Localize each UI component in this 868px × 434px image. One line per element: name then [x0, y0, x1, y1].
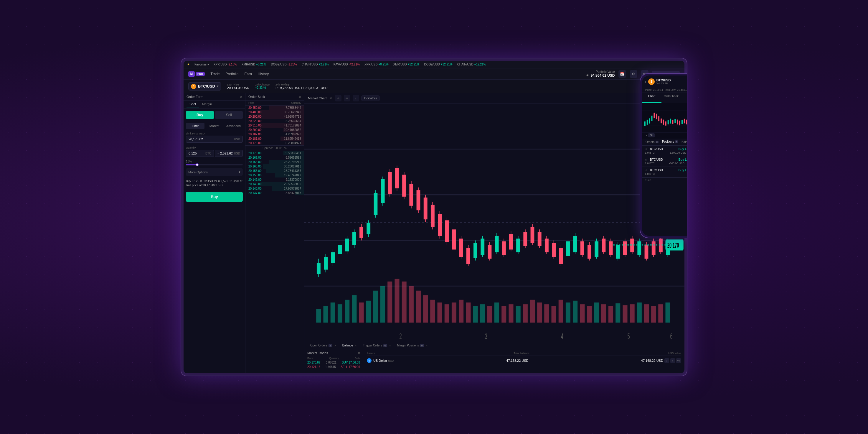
phone-tab-positions[interactable]: Positions 2: [660, 139, 680, 145]
ask-row[interactable]: 20,200.0010.41982052: [245, 128, 304, 132]
submit-order-button[interactable]: Buy: [186, 192, 243, 202]
svg-rect-48: [466, 248, 470, 264]
chart-close[interactable]: ✕: [330, 97, 332, 100]
ask-row[interactable]: 20,400.0039.76629949: [245, 110, 304, 114]
star-icon[interactable]: ☆: [645, 147, 648, 151]
phone-tab-orders[interactable]: Orders 3: [644, 139, 660, 145]
order-form-close[interactable]: ✕: [240, 95, 242, 98]
ask-row[interactable]: 20,220.005.23639634: [245, 119, 304, 123]
nav-history[interactable]: History: [258, 72, 269, 76]
bid-row[interactable]: 20,140.0017.95979887: [245, 186, 304, 191]
indicators-button[interactable]: Indicators: [362, 95, 379, 101]
withdraw-icon-btn[interactable]: ↑: [670, 358, 675, 363]
tab-trigger-orders[interactable]: Trigger Orders 0 ✕: [361, 343, 394, 348]
balance-close[interactable]: ✕: [355, 344, 357, 347]
buy-sell-row: Buy Sell: [186, 111, 243, 119]
phone-tab-orderbook[interactable]: Order book: [661, 93, 681, 103]
line-tool[interactable]: /: [353, 95, 359, 102]
order-book-close[interactable]: ✕: [299, 95, 301, 98]
order-summary: Buy 0.125 BTC/USD for = 2,521.62 USD at …: [186, 179, 243, 187]
trigger-orders-close[interactable]: ✕: [389, 344, 391, 347]
total-field[interactable]: ≈ 2,521.62 USD: [215, 150, 243, 157]
svg-rect-188: [668, 120, 669, 124]
bid-row[interactable]: 20,145.0029.59538830: [245, 182, 304, 186]
ask-row[interactable]: 20,181.0011.69549418: [245, 137, 304, 141]
svg-rect-204: [686, 120, 687, 124]
svg-rect-84: [595, 241, 598, 257]
advanced-btn[interactable]: Advanced: [224, 123, 243, 129]
svg-rect-170: [647, 120, 648, 125]
phone-tab-chart[interactable]: Chart: [642, 93, 661, 103]
phone-tab-balances[interactable]: Balances: [680, 139, 687, 145]
ticker-item-5: XPR/USD +0.21%: [365, 63, 389, 66]
btc-icon: ₿: [191, 84, 196, 89]
tab-balance[interactable]: Balance ✕: [340, 343, 360, 348]
favorites-label[interactable]: Favorites ▾: [194, 63, 209, 66]
svg-text:2: 2: [400, 332, 402, 341]
phone-screen: ‹ ₿ BTC/USD Vol:43.3M 21,600.00 -25,000: [642, 76, 687, 236]
settings-icon-btn[interactable]: ⚙: [630, 70, 637, 78]
slider-thumb[interactable]: [196, 163, 198, 166]
svg-rect-130: [494, 302, 499, 323]
limit-btn[interactable]: Limit: [186, 123, 205, 129]
svg-rect-182: [660, 118, 662, 123]
bid-row[interactable]: 20,150.0019.46747847: [245, 173, 304, 177]
calendar-icon-btn[interactable]: 📅: [618, 70, 626, 78]
bid-row[interactable]: 20,170.009.58339481: [245, 151, 304, 155]
quantity-slider[interactable]: 18%: [186, 160, 243, 165]
sell-button[interactable]: Sell: [215, 111, 243, 119]
limit-price-field[interactable]: 20,173.02 USD: [186, 136, 243, 143]
more-options-toggle[interactable]: More Options ▾: [186, 168, 243, 176]
svg-text:20,170: 20,170: [668, 241, 679, 250]
market-trades-cols: Price Quantity Side: [304, 356, 363, 360]
svg-rect-178: [656, 114, 657, 119]
pencil-tool[interactable]: ✏: [344, 95, 350, 102]
market-btn[interactable]: Market: [205, 123, 224, 129]
market-stats: Last Price 20,174.06 USD 24h Change +2.3…: [227, 83, 328, 90]
svg-rect-28: [395, 168, 399, 189]
tab-margin-positions[interactable]: Margin Positions 0 ✕: [395, 343, 431, 348]
bid-row[interactable]: 20,165.0023.20798216: [245, 160, 304, 164]
tab-spot[interactable]: Spot: [186, 100, 199, 108]
svg-rect-135: [530, 300, 535, 323]
bid-row[interactable]: 20,155.0028.73431355: [245, 169, 304, 173]
deposit-icon-btn[interactable]: ↓: [664, 358, 669, 363]
phone-time-btn[interactable]: 5H: [648, 133, 655, 137]
bid-row[interactable]: 20,149.009.18370000: [245, 177, 304, 182]
ticker-item-0: XPR/USD -2.18%: [214, 63, 237, 66]
ask-row[interactable]: 20,290.0049.92954713: [245, 114, 304, 119]
star-icon[interactable]: ☆: [645, 158, 648, 161]
margin-positions-close[interactable]: ✕: [426, 344, 428, 347]
svg-rect-82: [588, 245, 591, 259]
cursor-tool[interactable]: ✛: [335, 95, 341, 102]
last-price-stat: Last Price 20,174.06 USD: [227, 83, 249, 90]
balance-row: $ US Dollar USD 47,168.22 USD 47,168.22 …: [367, 357, 681, 364]
phone-back-button[interactable]: ‹: [645, 79, 646, 84]
ask-row[interactable]: 20,173.000.25804971: [245, 141, 304, 145]
tab-margin[interactable]: Margin: [199, 100, 215, 108]
nav-portfolio[interactable]: Portfolio: [225, 72, 238, 76]
bid-row[interactable]: 20,160.0030.26027613: [245, 164, 304, 169]
pair-selector[interactable]: ₿ BTC/USD ▾: [188, 82, 221, 90]
bid-row[interactable]: 20,137.003.88473913: [245, 191, 304, 195]
percent-icon-btn[interactable]: %: [676, 358, 681, 363]
ask-row[interactable]: 20,310.0041.75172824: [245, 123, 304, 128]
order-form-panel: Order Form ✕ Spot Margin Buy Sell Limi: [184, 93, 245, 373]
nav-trade[interactable]: Trade: [211, 72, 220, 76]
svg-rect-22: [374, 193, 377, 215]
tab-open-orders[interactable]: Open Orders 3 ✕: [308, 343, 339, 348]
phone-tab-depth[interactable]: Depth: [681, 93, 687, 103]
ask-row[interactable]: 20,187.004.28909978: [245, 132, 304, 137]
nav-earn[interactable]: Earn: [244, 72, 252, 76]
buy-button[interactable]: Buy: [186, 111, 214, 119]
star-icon[interactable]: ☆: [645, 169, 648, 172]
svg-rect-146: [609, 306, 613, 323]
svg-rect-66: [531, 227, 534, 243]
bid-row[interactable]: 20,167.006.59652599: [245, 155, 304, 160]
market-trades-close[interactable]: ✕: [358, 351, 360, 355]
ticker-item-8: CHAIN/USD +12.21%: [457, 63, 486, 66]
ask-row[interactable]: 20,450.007.78583442: [245, 106, 304, 110]
phone-bottom-tabs: Orders 3 Positions 2 Balances Trades: [642, 139, 687, 146]
quantity-field[interactable]: 0.125 BTC: [186, 150, 214, 157]
open-orders-close[interactable]: ✕: [334, 344, 337, 347]
